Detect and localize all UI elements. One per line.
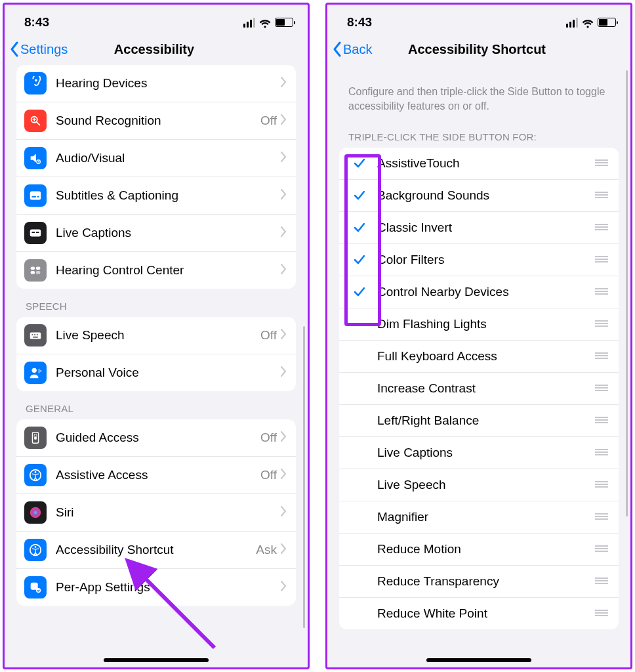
shortcut-row[interactable]: Increase Contrast xyxy=(339,373,619,405)
chevron-right-icon xyxy=(281,580,287,595)
svg-rect-18 xyxy=(33,337,37,338)
settings-row[interactable]: Per-App Settings xyxy=(16,569,296,606)
subtitles-icon xyxy=(24,184,47,207)
shortcut-row[interactable]: Reduce Transparency xyxy=(339,566,619,598)
shortcut-row[interactable]: AssistiveTouch xyxy=(339,148,619,180)
home-indicator[interactable] xyxy=(104,658,209,662)
chevron-right-icon xyxy=(281,328,287,343)
status-time: 8:43 xyxy=(24,15,49,30)
chevron-right-icon xyxy=(281,188,287,203)
chevron-right-icon xyxy=(281,543,287,557)
svg-rect-21 xyxy=(34,436,37,440)
chevron-left-icon xyxy=(10,41,19,57)
drag-handle-icon[interactable] xyxy=(594,574,609,589)
settings-row[interactable]: Hearing Devices xyxy=(16,65,296,102)
shortcut-row[interactable]: Live Speech xyxy=(339,469,619,501)
svg-rect-8 xyxy=(32,232,35,233)
guided-access-icon xyxy=(24,427,47,449)
checkmark-icon xyxy=(342,253,377,266)
drag-handle-icon[interactable] xyxy=(594,253,609,267)
shortcut-row[interactable]: Background Sounds xyxy=(339,180,619,212)
settings-row[interactable]: Personal Voice xyxy=(16,354,296,391)
shortcut-row[interactable]: Color Filters xyxy=(339,244,619,276)
settings-row[interactable]: Live SpeechOff xyxy=(16,317,296,354)
shortcut-label: Dim Flashing Lights xyxy=(377,317,594,331)
drag-handle-icon[interactable] xyxy=(594,478,609,492)
live-captions-icon xyxy=(24,222,47,244)
shortcut-row[interactable]: Reduce Motion xyxy=(339,534,619,566)
shortcut-row[interactable]: Dim Flashing Lights xyxy=(339,308,619,341)
shortcut-row[interactable]: Magnifier xyxy=(339,501,619,534)
accessibility-icon xyxy=(24,539,47,561)
navigation-bar: Back Accessibility Shortcut xyxy=(327,36,630,65)
section-header: TRIPLE-CLICK THE SIDE BUTTON FOR: xyxy=(339,119,619,148)
shortcut-row[interactable]: Full Keyboard Access xyxy=(339,341,619,373)
back-label: Settings xyxy=(20,42,68,57)
back-button[interactable]: Settings xyxy=(10,41,114,57)
row-label: Hearing Control Center xyxy=(56,263,281,278)
shortcut-label: Reduce Transparency xyxy=(377,574,594,589)
keyboard-icon xyxy=(24,324,47,346)
drag-handle-icon[interactable] xyxy=(594,542,609,556)
svg-point-23 xyxy=(35,471,37,473)
settings-row[interactable]: Guided AccessOff xyxy=(16,419,296,457)
settings-row[interactable]: Audio/Visual xyxy=(16,140,296,177)
shortcut-row[interactable]: Control Nearby Devices xyxy=(339,276,619,308)
shortcut-label: AssistiveTouch xyxy=(377,156,594,171)
scrollbar[interactable] xyxy=(303,326,305,628)
svg-rect-6 xyxy=(37,196,39,198)
row-label: Guided Access xyxy=(56,430,260,445)
back-button[interactable]: Back xyxy=(333,41,408,57)
shortcut-label: Background Sounds xyxy=(377,188,594,203)
checkmark-icon xyxy=(342,157,377,170)
checkmark-icon xyxy=(342,189,377,202)
drag-handle-icon[interactable] xyxy=(594,156,609,171)
settings-row[interactable]: Assistive AccessOff xyxy=(16,457,296,494)
settings-row[interactable]: Hearing Control Center xyxy=(16,252,296,289)
status-time: 8:43 xyxy=(347,15,372,30)
row-label: Live Speech xyxy=(56,328,260,343)
drag-handle-icon[interactable] xyxy=(594,510,609,524)
navigation-bar: Settings Accessibility xyxy=(5,36,308,65)
home-indicator[interactable] xyxy=(426,658,531,662)
shortcut-label: Increase Contrast xyxy=(377,381,594,396)
settings-row[interactable]: Subtitles & Captioning xyxy=(16,177,296,215)
status-icons xyxy=(566,18,616,28)
drag-handle-icon[interactable] xyxy=(594,317,609,331)
drag-handle-icon[interactable] xyxy=(594,188,609,203)
row-value: Off xyxy=(260,328,277,343)
section-header: GENERAL xyxy=(16,391,296,419)
row-label: Audio/Visual xyxy=(56,151,281,165)
settings-row[interactable]: Accessibility ShortcutAsk xyxy=(16,532,296,569)
shortcut-content: Configure and then triple-click the Side… xyxy=(327,65,630,667)
scrollbar[interactable] xyxy=(626,70,628,516)
chevron-right-icon xyxy=(281,366,287,380)
shortcut-row[interactable]: Reduce White Point xyxy=(339,598,619,629)
battery-icon xyxy=(275,18,293,27)
row-label: Assistive Access xyxy=(56,468,260,482)
drag-handle-icon[interactable] xyxy=(594,413,609,428)
settings-row[interactable]: Siri xyxy=(16,494,296,532)
svg-rect-9 xyxy=(36,232,39,233)
drag-handle-icon[interactable] xyxy=(594,349,609,364)
drag-handle-icon[interactable] xyxy=(594,381,609,396)
settings-row[interactable]: Sound RecognitionOff xyxy=(16,102,296,140)
shortcut-row[interactable]: Classic Invert xyxy=(339,212,619,244)
svg-rect-7 xyxy=(30,230,41,237)
chevron-right-icon xyxy=(281,263,287,278)
personal-voice-icon xyxy=(24,362,47,384)
shortcut-label: Reduce Motion xyxy=(377,542,594,556)
drag-handle-icon[interactable] xyxy=(594,220,609,235)
drag-handle-icon[interactable] xyxy=(594,446,609,460)
cellular-signal-icon xyxy=(243,18,255,28)
shortcut-row[interactable]: Left/Right Balance xyxy=(339,405,619,437)
shortcut-label: Live Speech xyxy=(377,478,594,492)
shortcut-label: Full Keyboard Access xyxy=(377,349,594,364)
wifi-icon xyxy=(259,18,271,27)
section-description: Configure and then triple-click the Side… xyxy=(339,65,619,119)
shortcut-row[interactable]: Live Captions xyxy=(339,437,619,469)
drag-handle-icon[interactable] xyxy=(594,606,609,621)
settings-row[interactable]: Live Captions xyxy=(16,215,296,252)
svg-point-24 xyxy=(30,507,41,518)
drag-handle-icon[interactable] xyxy=(594,285,609,299)
